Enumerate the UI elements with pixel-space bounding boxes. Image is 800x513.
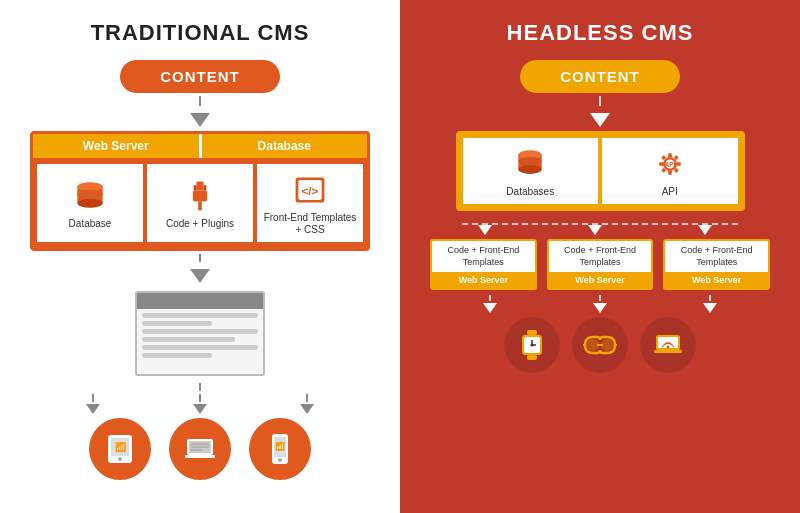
laptop-device — [169, 418, 231, 480]
svg-text:API: API — [665, 161, 676, 168]
traditional-title: TRADITIONAL CMS — [91, 20, 310, 46]
laptop-icon — [182, 431, 218, 467]
ws-box-2: Code + Front-End Templates Web Server — [547, 239, 654, 290]
svg-rect-10 — [204, 185, 207, 190]
smartwatch-icon — [514, 327, 550, 363]
headless-title: HEADLESS CMS — [507, 20, 694, 46]
tablet-device: 📶 — [89, 418, 151, 480]
database-label: Database — [202, 134, 368, 158]
svg-rect-38 — [676, 162, 681, 166]
svg-rect-46 — [527, 355, 537, 360]
headless-arrow-mid — [593, 303, 607, 313]
headless-inner-box: Databases API API — [456, 131, 745, 211]
svg-text:📶: 📶 — [275, 441, 285, 451]
trad-plugins-label: Code + Plugins — [166, 218, 234, 230]
ws-label-3: Web Server — [665, 272, 768, 288]
mockup-line — [142, 329, 258, 334]
api-icon: API — [652, 146, 688, 182]
ar-glasses-icon — [580, 327, 620, 363]
svg-rect-36 — [668, 170, 672, 175]
trad-plugins-box: Code + Plugins — [147, 164, 253, 242]
arrow-right — [300, 404, 314, 414]
headless-laptop-icon — [650, 327, 686, 363]
headless-cms-panel: HEADLESS CMS CONTENT Databases — [400, 0, 800, 513]
headless-ws-boxes: Code + Front-End Templates Web Server Co… — [430, 239, 770, 290]
mockup-line — [142, 353, 212, 358]
headless-db-box: Databases — [463, 138, 599, 204]
svg-rect-59 — [654, 350, 682, 353]
headless-arrow-right — [703, 303, 717, 313]
trad-device-arrows — [30, 394, 370, 414]
trad-frontend-box: </> Front-End Templates + CSS — [257, 164, 363, 242]
web-server-label: Web Server — [33, 134, 199, 158]
svg-point-26 — [278, 458, 282, 462]
svg-rect-9 — [194, 185, 197, 190]
headless-db-icon — [512, 146, 548, 182]
svg-rect-45 — [527, 330, 537, 335]
mockup-line — [142, 345, 258, 350]
mobile-icon: 📶 — [265, 432, 295, 466]
svg-rect-35 — [668, 153, 672, 158]
database-icon — [72, 178, 108, 214]
trad-devices-row: 📶 📶 — [89, 418, 311, 480]
headless-devices-row — [504, 317, 696, 373]
mockup-header — [137, 293, 263, 309]
ws-label-1: Web Server — [432, 272, 535, 288]
plugins-icon — [182, 178, 218, 214]
ws-content-1: Code + Front-End Templates — [432, 241, 535, 272]
svg-text:</>: </> — [302, 184, 319, 197]
mockup-lines — [137, 309, 263, 362]
arrow-mid — [193, 404, 207, 414]
tablet-icon: 📶 — [103, 432, 137, 466]
svg-rect-8 — [198, 201, 202, 210]
code-icon: </> — [292, 172, 328, 208]
svg-rect-7 — [193, 191, 207, 202]
ws-content-3: Code + Front-End Templates — [665, 241, 768, 272]
svg-rect-37 — [659, 162, 664, 166]
traditional-cms-panel: TRADITIONAL CMS CONTENT Web Server Datab… — [0, 0, 400, 513]
headless-api-box: API API — [602, 138, 738, 204]
svg-point-2 — [77, 199, 102, 208]
traditional-content-pill: CONTENT — [120, 60, 280, 93]
trad-labels-row: Web Server Database — [33, 134, 367, 158]
headless-db-label: Databases — [506, 186, 554, 198]
mockup-line — [142, 321, 212, 326]
trad-frontend-label: Front-End Templates + CSS — [261, 212, 359, 236]
trad-db-box: Database — [37, 164, 143, 242]
svg-point-60 — [667, 346, 670, 349]
trad-arrow-1 — [190, 113, 210, 127]
smartwatch-device — [504, 317, 560, 373]
svg-point-32 — [519, 157, 542, 166]
mobile-device: 📶 — [249, 418, 311, 480]
website-mockup — [135, 291, 265, 376]
arrow-left — [86, 404, 100, 414]
headless-device-arrows — [430, 295, 770, 313]
ws-content-2: Code + Front-End Templates — [549, 241, 652, 272]
svg-point-16 — [118, 457, 122, 461]
mockup-line — [142, 313, 258, 318]
headless-content-pill: CONTENT — [520, 60, 680, 93]
ws-box-3: Code + Front-End Templates Web Server — [663, 239, 770, 290]
headless-api-label: API — [662, 186, 678, 198]
trad-icon-boxes: Database Code + Plugins < — [33, 158, 367, 248]
svg-rect-20 — [185, 455, 215, 458]
ws-box-1: Code + Front-End Templates Web Server — [430, 239, 537, 290]
ws-label-2: Web Server — [549, 272, 652, 288]
headless-arrow-1 — [590, 113, 610, 127]
svg-rect-6 — [196, 182, 203, 191]
trad-arrow-2 — [190, 269, 210, 283]
svg-point-30 — [519, 165, 542, 174]
ar-glasses-device — [572, 317, 628, 373]
mockup-line — [142, 337, 235, 342]
headless-laptop-device — [640, 317, 696, 373]
svg-text:📶: 📶 — [115, 441, 127, 453]
svg-point-51 — [531, 344, 534, 347]
headless-arrow-left — [483, 303, 497, 313]
svg-point-5 — [77, 190, 102, 199]
trad-db-label: Database — [69, 218, 112, 230]
